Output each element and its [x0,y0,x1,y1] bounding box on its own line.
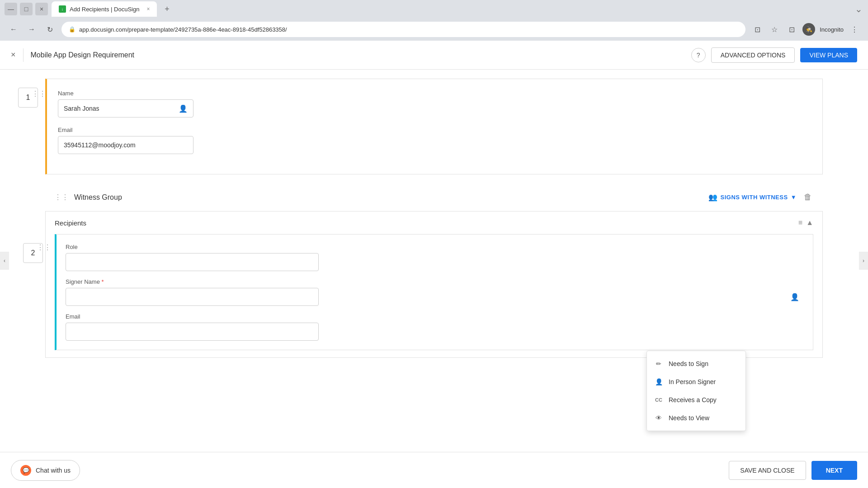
incognito-icon: 🕵 [806,26,812,33]
witness-group-header: ⋮⋮ Witness Group 👥 SIGNS WITH WITNESS ▼ … [45,183,823,211]
drag-handle-2[interactable]: ⋮⋮ [37,243,51,252]
contact-lookup-icon[interactable]: 👤 [179,104,188,113]
in-person-signer-option[interactable]: 👤 In Person Signer [647,373,745,391]
bottom-right-buttons: SAVE AND CLOSE NEXT [729,461,857,480]
bookmark-button[interactable]: ☆ [768,23,781,36]
ssl-lock-icon: 🔒 [69,26,75,33]
signer-lookup-icon[interactable]: 👤 [790,293,799,301]
recipients-section: Recipients ≡ ▲ 2 ⋮⋮ [45,211,823,358]
role-field: Role [66,244,804,271]
recipient-2-form: Role Signer Name 👤 [55,234,813,350]
app-container: × Mobile App Design Requirement ? ADVANC… [0,41,868,488]
recipients-controls: ≡ ▲ [798,219,813,227]
browser-addressbar: ← → ↻ 🔒 app.docusign.com/prepare-templat… [0,18,868,41]
scroll-right-button[interactable]: › [859,252,868,270]
person-signer-icon: 👤 [654,377,663,386]
address-bar[interactable]: 🔒 app.docusign.com/prepare-template/2492… [61,22,745,37]
name-label: Name [58,90,811,97]
incognito-label: Incognito [820,26,844,33]
witness-group-title: Witness Group [74,193,703,202]
email-field-group: Email [58,127,811,154]
collapse-recipients-button[interactable]: ▲ [806,219,813,227]
email-input[interactable] [64,141,188,149]
needs-to-view-label: Needs to View [669,414,709,422]
browser-chrome: — □ × ↓ Add Recipients | DocuSign × + ⌄ … [0,0,868,41]
scroll-left-button[interactable]: ‹ [0,252,9,270]
main-content: ‹ 1 ⋮⋮ Name 👤 [0,70,868,452]
name-input-wrapper: 👤 [58,99,193,117]
back-button[interactable]: ← [7,23,20,36]
email-field: Email [66,313,804,341]
more-button[interactable]: ⋮ [848,23,861,36]
save-and-close-button[interactable]: SAVE AND CLOSE [729,461,806,480]
chat-icon: 💬 [20,465,31,476]
name-field-group: Name 👤 [58,90,811,117]
chat-label: Chat with us [36,467,71,474]
browser-controls: — □ × [5,3,48,15]
incognito-button[interactable]: 🕵 [802,23,815,36]
receives-a-copy-label: Receives a Copy [669,396,717,404]
tab-favicon: ↓ [59,5,66,13]
signer-name-label: Signer Name [66,278,804,285]
signer-name-input[interactable] [66,288,319,306]
settings-button[interactable]: ≡ [798,219,802,227]
signs-with-witness-label: SIGNS WITH WITNESS [721,194,788,201]
needs-to-view-option[interactable]: 👁 Needs to View [647,409,745,427]
recipients-header: Recipients ≡ ▲ [55,219,813,227]
witness-drag-handle[interactable]: ⋮⋮ [54,193,69,202]
new-tab-button[interactable]: + [160,3,173,15]
email-label-2: Email [66,313,804,320]
next-button[interactable]: NEXT [811,461,857,480]
signs-with-witness-button[interactable]: 👥 SIGNS WITH WITNESS ▼ [708,193,797,202]
dropdown-chevron-icon: ▼ [791,194,797,201]
recipient-2-wrapper: 2 ⋮⋮ Role Signer Name [55,234,813,350]
browser-tab[interactable]: ↓ Add Recipients | DocuSign × [52,1,157,17]
drag-handle-1[interactable]: ⋮⋮ [32,89,46,98]
in-person-signer-label: In Person Signer [669,378,716,385]
help-button[interactable]: ? [691,48,706,62]
email-input-wrapper [58,136,193,154]
header-divider [23,48,24,62]
profile-sync-button[interactable]: ⊡ [785,23,798,36]
email-label: Email [58,127,811,133]
browser-right-icons: ⊡ ☆ ⊡ 🕵 Incognito ⋮ [751,23,861,36]
app-header: × Mobile App Design Requirement ? ADVANC… [0,41,868,70]
doc-title: Mobile App Design Requirement [31,51,134,59]
tab-scroll-down[interactable]: ⌄ [849,0,868,18]
refresh-button[interactable]: ↻ [43,23,56,36]
delete-witness-group-button[interactable]: 🗑 [802,191,814,204]
cast-button[interactable]: ⊡ [751,23,764,36]
edit-icon: ✏ [654,359,663,368]
minimize-button[interactable]: — [5,3,17,15]
bottom-bar: 💬 Chat with us SAVE AND CLOSE NEXT [0,452,868,488]
view-plans-button[interactable]: VIEW PLANS [800,48,857,62]
close-button[interactable]: × [11,50,16,60]
favicon-icon: ↓ [61,7,64,11]
cc-icon: CC [654,395,663,404]
recipient-1-form: Name 👤 Email [45,79,823,174]
signer-name-input-wrapper: 👤 [66,288,804,306]
role-label: Role [66,244,804,250]
chat-button[interactable]: 💬 Chat with us [11,460,80,481]
browser-close-button[interactable]: × [35,3,48,15]
tab-title: Add Recipients | DocuSign [70,6,139,13]
needs-to-sign-option[interactable]: ✏ Needs to Sign [647,355,745,373]
recipient-1-block: 1 ⋮⋮ Name 👤 Email [45,79,823,174]
role-dropdown-menu: ✏ Needs to Sign 👤 In Person Signer CC Re… [646,351,746,431]
tab-close-button[interactable]: × [146,6,150,12]
email-input-2[interactable] [66,323,319,341]
restore-button[interactable]: □ [20,3,33,15]
person-group-icon: 👥 [708,193,718,202]
browser-titlebar: — □ × ↓ Add Recipients | DocuSign × + ⌄ [0,0,868,18]
witness-group-container: ⋮⋮ Witness Group 👥 SIGNS WITH WITNESS ▼ … [45,183,823,358]
forward-button[interactable]: → [25,23,38,36]
signer-name-field: Signer Name 👤 [66,278,804,306]
header-right-actions: ? ADVANCED OPTIONS VIEW PLANS [691,47,857,63]
receives-a-copy-option[interactable]: CC Receives a Copy [647,391,745,409]
content-area: 1 ⋮⋮ Name 👤 Email [9,70,859,452]
advanced-options-button[interactable]: ADVANCED OPTIONS [711,47,795,63]
eye-icon: 👁 [654,413,663,422]
role-input[interactable] [66,253,319,271]
name-input[interactable] [64,105,175,112]
needs-to-sign-label: Needs to Sign [669,360,708,367]
